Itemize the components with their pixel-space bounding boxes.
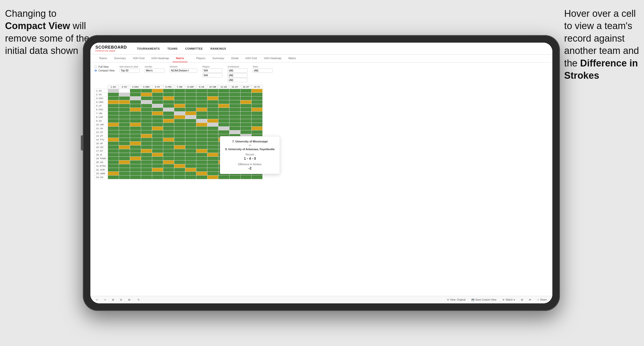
matrix-cell[interactable] (196, 104, 207, 108)
matrix-cell[interactable] (196, 153, 207, 157)
matrix-cell[interactable] (207, 153, 218, 157)
matrix-cell[interactable] (130, 168, 141, 172)
matrix-cell[interactable] (119, 97, 130, 100)
matrix-cell[interactable] (152, 149, 163, 153)
tab-teams[interactable]: Teams (95, 55, 110, 62)
matrix-cell[interactable] (152, 134, 163, 138)
matrix-cell[interactable] (141, 153, 152, 157)
matrix-cell[interactable] (251, 130, 262, 134)
matrix-cell[interactable] (185, 127, 196, 130)
matrix-cell[interactable] (207, 104, 218, 108)
matrix-cell[interactable] (196, 160, 207, 164)
matrix-cell[interactable] (229, 89, 240, 93)
matrix-cell[interactable] (174, 172, 185, 176)
matrix-cell[interactable] (174, 157, 185, 160)
tb-btn3[interactable]: ⊞− (127, 298, 133, 302)
matrix-cell[interactable] (163, 100, 174, 104)
matrix-cell[interactable] (207, 112, 218, 115)
matrix-cell[interactable] (185, 100, 196, 104)
matrix-cell[interactable] (141, 134, 152, 138)
matrix-cell[interactable] (108, 89, 119, 93)
matrix-cell[interactable] (196, 176, 207, 179)
tab-detail[interactable]: Detail (228, 55, 242, 62)
matrix-cell[interactable] (152, 138, 163, 142)
matrix-cell[interactable] (152, 176, 163, 179)
matrix-cell[interactable] (108, 93, 119, 97)
matrix-cell[interactable] (240, 127, 251, 130)
matrix-cell[interactable] (185, 160, 196, 164)
matrix-cell[interactable] (251, 115, 262, 119)
matrix-cell[interactable] (130, 112, 141, 115)
matrix-cell[interactable] (119, 108, 130, 112)
matrix-cell[interactable] (141, 108, 152, 112)
matrix-cell[interactable] (130, 100, 141, 104)
matrix-cell[interactable] (130, 97, 141, 100)
matrix-cell[interactable] (240, 123, 251, 127)
matrix-cell[interactable] (207, 115, 218, 119)
matrix-cell[interactable] (196, 127, 207, 130)
matrix-cell[interactable] (251, 112, 262, 115)
matrix-cell[interactable] (229, 123, 240, 127)
matrix-cell[interactable] (163, 127, 174, 130)
gender-select[interactable]: Men's (145, 68, 165, 73)
matrix-cell[interactable] (207, 149, 218, 153)
matrix-cell[interactable] (218, 123, 229, 127)
matrix-cell[interactable] (229, 108, 240, 112)
matrix-cell[interactable] (207, 138, 218, 142)
matrix-cell[interactable] (174, 123, 185, 127)
matrix-cell[interactable] (240, 130, 251, 134)
matrix-cell[interactable] (185, 130, 196, 134)
view-original-btn[interactable]: 👁 View: Original (445, 298, 467, 302)
matrix-cell[interactable] (141, 115, 152, 119)
matrix-cell[interactable] (207, 127, 218, 130)
matrix-cell[interactable] (240, 108, 251, 112)
matrix-cell[interactable] (152, 112, 163, 115)
conf-select2[interactable]: (All) (227, 73, 248, 77)
tb-btn4[interactable]: ↻ (136, 298, 141, 302)
matrix-cell[interactable] (108, 108, 119, 112)
matrix-cell[interactable] (108, 123, 119, 127)
matrix-cell[interactable] (130, 119, 141, 123)
matrix-cell[interactable] (218, 127, 229, 130)
matrix-cell[interactable] (207, 123, 218, 127)
matrix-cell[interactable] (174, 100, 185, 104)
matrix-cell[interactable] (229, 100, 240, 104)
matrix-cell[interactable] (130, 134, 141, 138)
matrix-cell[interactable] (218, 115, 229, 119)
watch-btn[interactable]: 👁 Watch ▾ (501, 298, 516, 302)
matrix-cell[interactable] (185, 134, 196, 138)
matrix-cell[interactable] (163, 115, 174, 119)
matrix-cell[interactable] (196, 172, 207, 176)
matrix-cell[interactable] (152, 115, 163, 119)
matrix-cell[interactable] (119, 100, 130, 104)
matrix-cell[interactable] (152, 142, 163, 145)
matrix-cell[interactable] (130, 142, 141, 145)
redo-btn[interactable]: ↪ (102, 298, 107, 302)
matrix-cell[interactable] (185, 168, 196, 172)
matrix-cell[interactable] (163, 138, 174, 142)
matrix-cell[interactable] (229, 93, 240, 97)
matrix-cell[interactable] (207, 134, 218, 138)
matrix-cell[interactable] (185, 97, 196, 100)
matrix-cell[interactable] (196, 115, 207, 119)
matrix-cell[interactable] (130, 115, 141, 119)
matrix-cell[interactable] (130, 164, 141, 168)
matrix-cell[interactable] (240, 112, 251, 115)
matrix-cell[interactable] (196, 149, 207, 153)
matrix-cell[interactable] (163, 123, 174, 127)
matrix-cell[interactable] (141, 130, 152, 134)
matrix-cell[interactable] (196, 145, 207, 149)
matrix-cell[interactable] (196, 108, 207, 112)
matrix-cell[interactable] (141, 176, 152, 179)
matrix-cell[interactable] (141, 93, 152, 97)
compact-view-option[interactable]: Compact View (94, 69, 114, 72)
matrix-cell[interactable] (141, 104, 152, 108)
matrix-cell[interactable] (130, 176, 141, 179)
matrix-cell[interactable] (108, 130, 119, 134)
matrix-cell[interactable] (174, 115, 185, 119)
matrix-cell[interactable] (240, 115, 251, 119)
matrix-cell[interactable] (119, 123, 130, 127)
matrix-cell[interactable] (141, 97, 152, 100)
matrix-cell[interactable] (196, 168, 207, 172)
matrix-cell[interactable] (229, 104, 240, 108)
